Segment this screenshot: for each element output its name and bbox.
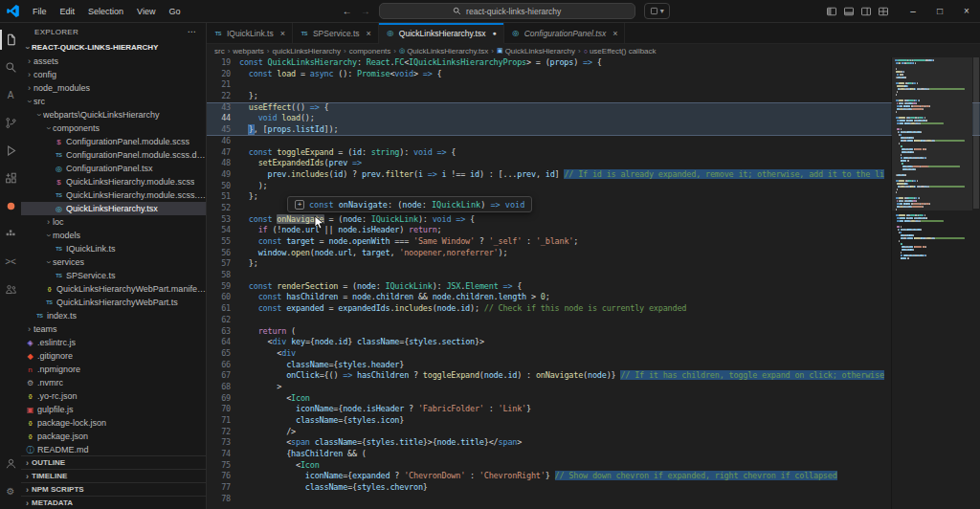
menu-selection[interactable]: Selection [81,3,130,20]
line-number[interactable]: 45 [207,124,239,136]
line-number[interactable]: 47 [207,147,239,159]
line-number[interactable]: 44 [207,113,239,124]
activity-source-control-icon[interactable] [0,109,21,137]
line-number[interactable]: 74 [207,449,239,460]
minimap[interactable] [892,57,972,509]
code-line[interactable]: 65 <div [207,348,980,360]
line-number[interactable]: 65 [207,348,239,360]
tree-folder-models[interactable]: ›models [21,229,206,242]
line-number[interactable]: 22 [207,91,239,102]
scrollbar-thumb[interactable] [973,57,979,209]
tree-file-configurationpanel-module-scss-d-ts[interactable]: TSConfigurationPanel.module.scss.d.ts [21,148,206,162]
line-number[interactable]: 19 [207,57,239,69]
code-line[interactable]: 57 }; [207,258,980,270]
code-line[interactable]: 61 const expanded = expandedIds.includes… [207,303,980,315]
line-number[interactable]: 70 [207,404,239,415]
code-line[interactable]: 59 const renderSection = (node: IQuickLi… [207,281,980,293]
forward-button[interactable]: → [361,6,370,16]
tree-file-quicklinkshierarchywebpart-manifest-json[interactable]: {}QuickLinksHierarchyWebPart.manifest.js… [21,282,206,296]
maximize-button[interactable]: □ [926,0,953,23]
run-dropdown-button[interactable]: ▾ [644,3,670,19]
code-line[interactable]: 47 const toggleExpand = (id: string): vo… [207,147,980,159]
line-number[interactable]: 63 [207,326,239,338]
tree-folder-components[interactable]: ›components [21,122,206,135]
breadcrumb-item-webparts[interactable]: webparts [233,47,263,55]
code-editor[interactable]: 19const QuickLinksHierarchy: React.FC<IQ… [207,57,980,509]
activity-teams-icon[interactable] [0,276,21,303]
code-line[interactable]: 45 }, [props.listId]); [207,124,980,136]
menu-edit[interactable]: Edit [54,3,82,20]
tree-file-quicklinkshierarchy-module-scss[interactable]: $QuickLinksHierarchy.module.scss [21,175,206,188]
code-line[interactable]: 64 <div key={node.id} className={styles.… [207,337,980,348]
activity-docker-icon[interactable] [0,220,21,248]
activity-run-debug-icon[interactable] [0,137,21,165]
tree-file-spservice-ts[interactable]: TSSPService.ts [21,269,206,282]
menu-go[interactable]: Go [162,3,187,20]
code-line[interactable]: 55 const target = node.openWith === 'Sam… [207,236,980,248]
tree-file-quicklinkshierarchy-tsx[interactable]: ◎QuickLinksHierarchy.tsx [21,202,206,215]
code-line[interactable]: 67 onClick={() => hasChildren ? toggleEx… [207,370,980,382]
tree-file-eslintrc-js[interactable]: ◈.eslintrc.js [21,336,206,349]
tree-file-gulpfile-js[interactable]: ▣gulpfile.js [21,403,206,416]
line-number[interactable]: 21 [207,79,239,91]
breadcrumb-item-quicklinkshierarchy[interactable]: quickLinksHierarchy [272,47,341,55]
close-button[interactable]: × [953,0,980,23]
editor-pane[interactable]: 19const QuickLinksHierarchy: React.FC<IQ… [207,57,980,509]
code-line[interactable]: 48 setExpandedIds(prev => [207,158,980,169]
line-number[interactable]: 54 [207,225,239,236]
line-number[interactable]: 69 [207,393,239,405]
minimize-button[interactable]: – [900,0,926,23]
breadcrumb-item-components[interactable]: components [349,47,391,55]
line-number[interactable]: 48 [207,158,239,169]
tree-file-index-ts[interactable]: TSindex.ts [21,309,206,322]
line-number[interactable]: 77 [207,482,239,494]
code-line[interactable]: 72 /> [207,427,980,438]
line-number[interactable]: 57 [207,258,239,270]
breadcrumb-item-quicklinkshierarchy-tsx[interactable]: ◎QuickLinksHierarchy.tsx [399,47,488,55]
tree-file-configurationpanel-tsx[interactable]: ◎ConfigurationPanel.tsx [21,162,206,175]
code-line[interactable]: 49 prev.includes(id) ? prev.filter(i => … [207,169,980,181]
code-line[interactable]: 46 [207,136,980,147]
layout-sidebar-icon[interactable] [825,5,838,18]
code-line[interactable]: 22 }; [207,91,980,102]
tree-folder-node-modules[interactable]: ›node_modules [21,81,206,95]
line-number[interactable]: 78 [207,494,239,505]
activity-spfx-icon[interactable] [0,192,21,220]
command-center-search[interactable]: react-quick-links-hierarchy [379,3,635,19]
code-line[interactable]: 78 [207,494,980,505]
menu-file[interactable]: File [26,3,54,20]
more-actions-icon[interactable]: ⋯ [188,27,196,36]
code-line[interactable]: 63 return ( [207,326,980,338]
activity-search-icon[interactable] [0,54,21,81]
code-line[interactable]: 20 const load = async (): Promise<void> … [207,69,980,80]
back-button[interactable]: ← [343,6,352,16]
tree-file-readme-md[interactable]: ⓘREADME.md [21,443,206,455]
line-number[interactable]: 53 [207,214,239,226]
layout-grid-icon[interactable] [877,5,890,18]
tree-file-quicklinkshierarchy-module-scss-d-ts[interactable]: TSQuickLinksHierarchy.module.scss.d.ts [21,188,206,202]
tree-folder-loc[interactable]: ›loc [21,215,206,229]
line-number[interactable]: 51 [207,191,239,203]
tree-folder-webparts-quicklinkshierarchy[interactable]: ›webparts\QuickLinksHierarchy [21,108,206,122]
activity-account-icon[interactable] [0,450,21,477]
line-number[interactable]: 52 [207,203,239,214]
activity-explorer-icon[interactable] [0,26,21,54]
code-line[interactable]: 73 <span className={styles.title}>{node.… [207,437,980,449]
tab-iquicklink-ts[interactable]: TSIQuickLink.ts× [207,23,293,43]
tree-folder-assets[interactable]: ›assets [21,55,206,68]
code-line[interactable]: 44 void load(); [207,113,980,124]
line-number[interactable]: 76 [207,471,239,482]
breadcrumb-item-src[interactable]: src [214,47,225,55]
code-line[interactable]: 76 iconName={expanded ? 'ChevronDown' : … [207,471,980,482]
code-line[interactable]: 56 window.open(node.url, target, 'noopen… [207,248,980,259]
project-root-row[interactable]: › REACT-QUICK-LINKS-HIERARCHY [21,40,206,55]
tree-folder-src[interactable]: ›src [21,95,206,108]
code-line[interactable]: 70 iconName={node.isHeader ? 'FabricFold… [207,404,980,415]
code-line[interactable]: 69 <Icon [207,393,980,405]
code-line[interactable]: 58 [207,270,980,281]
minimap-slider[interactable] [892,57,972,210]
close-icon[interactable]: × [612,29,617,38]
code-line[interactable]: 71 className={styles.icon} [207,415,980,427]
line-number[interactable]: 67 [207,370,239,382]
line-number[interactable]: 43 [207,102,239,114]
